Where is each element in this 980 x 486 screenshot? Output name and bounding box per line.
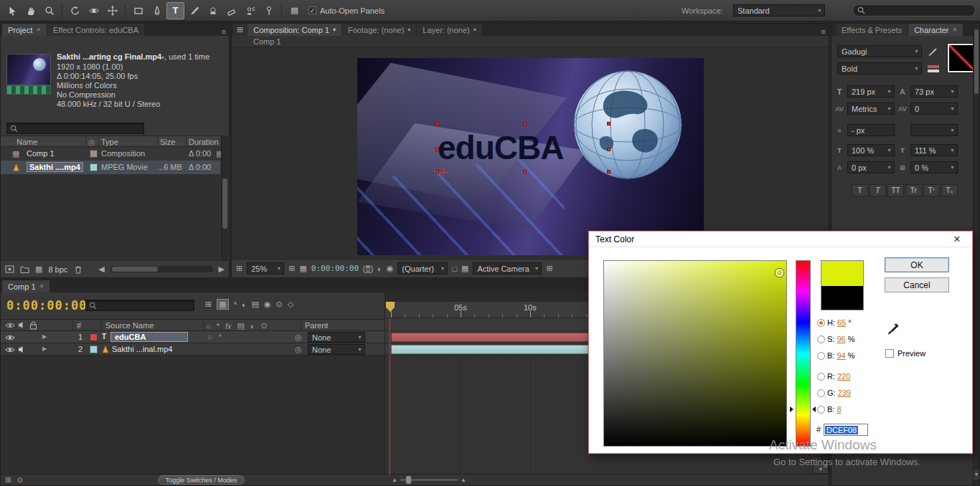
selection-handle[interactable] — [607, 122, 611, 125]
selection-handle[interactable] — [435, 148, 439, 151]
shape-tool-icon[interactable] — [129, 2, 147, 19]
saturation-value[interactable]: 96 — [837, 335, 845, 343]
layer-color-chip[interactable] — [90, 333, 98, 341]
motion-blur-icon[interactable]: ◉ — [264, 300, 271, 309]
subscript-button[interactable]: T₁ — [941, 184, 958, 196]
column-parent[interactable]: Parent — [305, 321, 328, 330]
switch-dot[interactable]: ○ — [207, 333, 212, 341]
preview-checkbox[interactable] — [885, 349, 894, 358]
zoom-tool-icon[interactable] — [40, 2, 58, 19]
effects-fx-icon[interactable]: fx — [225, 322, 232, 330]
tab-project[interactable]: Project✕ — [2, 24, 47, 36]
kerning-select[interactable]: Metrics▼ — [847, 103, 895, 115]
bit-depth-label[interactable]: 8 bpc — [48, 265, 67, 274]
live-update-icon[interactable]: ▦ — [217, 299, 228, 310]
layer-visibility-eye-icon[interactable] — [5, 346, 15, 354]
clone-stamp-tool-icon[interactable] — [204, 2, 222, 19]
zoom-slider-thumb[interactable] — [406, 476, 411, 484]
tab-effects-presets[interactable]: Effects & Presets — [836, 24, 908, 36]
brush-tool-icon[interactable] — [185, 2, 203, 19]
tab-effect-controls[interactable]: Effect Controls: eduCBA — [47, 24, 144, 36]
type-tool-icon[interactable]: T — [166, 2, 184, 19]
faux-italic-button[interactable]: T — [870, 184, 886, 196]
panel-menu-icon[interactable]: ≡ — [819, 27, 829, 36]
dialog-close-icon[interactable]: ✕ — [948, 232, 966, 247]
composition-canvas[interactable]: eduCBA — [357, 58, 704, 255]
tab-footage[interactable]: Footage: (none)▾ — [342, 24, 416, 36]
parent-pickwhip-icon[interactable]: ◎ — [295, 333, 302, 342]
hex-input[interactable]: DCEF08 — [824, 424, 868, 436]
collapse-icon[interactable]: * — [217, 322, 220, 330]
selection-handle[interactable] — [435, 122, 439, 125]
column-name[interactable]: Name — [17, 138, 37, 146]
tab-timeline-comp1[interactable]: Comp 1✕ — [2, 280, 50, 292]
column-type[interactable]: Type — [101, 138, 118, 146]
pen-tool-icon[interactable] — [148, 2, 166, 19]
all-caps-button[interactable]: TT — [887, 184, 904, 196]
toggle-mask-icon[interactable]: ▦ — [299, 264, 306, 273]
expand-layers-icon[interactable]: ⊞ — [5, 476, 11, 484]
panel-menu-icon[interactable]: ≡ — [219, 27, 229, 36]
expand-arrow-icon[interactable]: ▶ — [42, 346, 47, 352]
anchor-point-crosshair[interactable] — [439, 168, 448, 177]
saturation-brightness-field[interactable] — [603, 260, 787, 447]
zoom-in-mountain-icon[interactable]: ▲ — [461, 477, 466, 483]
saturation-radio[interactable] — [817, 335, 825, 343]
project-search-input[interactable] — [6, 123, 144, 134]
blue-radio[interactable] — [817, 406, 825, 414]
layer-visibility-eye-icon[interactable] — [5, 333, 15, 342]
new-composition-icon[interactable]: ▦ — [35, 265, 42, 274]
fill-color-swatch[interactable] — [948, 44, 976, 72]
green-value[interactable]: 239 — [838, 389, 851, 397]
roto-brush-tool-icon[interactable] — [241, 2, 259, 19]
layer-color-chip[interactable] — [90, 346, 98, 353]
hand-tool-icon[interactable] — [22, 2, 39, 19]
dialog-eyedropper-icon[interactable] — [887, 323, 900, 336]
workspace-select[interactable]: Standard ▼ — [733, 4, 825, 16]
current-timecode[interactable]: 0:00:00:00 — [6, 298, 87, 313]
magnification-select[interactable]: 25%▼ — [247, 262, 284, 275]
timeline-search-input[interactable] — [85, 300, 194, 311]
selection-handle[interactable] — [607, 170, 611, 173]
resolution-select[interactable]: (Quarter)▼ — [397, 262, 448, 275]
red-value[interactable]: 220 — [837, 372, 850, 381]
hue-value[interactable]: 65 — [837, 318, 846, 327]
parent-pickwhip-icon[interactable]: ◎ — [295, 345, 302, 354]
hide-shy-layers-icon[interactable]: ◐ — [242, 300, 247, 309]
selection-tool-icon[interactable] — [3, 2, 21, 19]
scroll-down-icon[interactable]: ▼ — [974, 470, 979, 480]
label-color-chip[interactable] — [90, 163, 98, 171]
transparency-grid-icon[interactable]: ▦ — [461, 264, 468, 273]
layer-row-1[interactable]: ▶ 1 T eduCBA ○ * ◎ None▼ — [1, 331, 385, 343]
project-horizontal-scrollbar[interactable] — [110, 266, 213, 272]
zoom-out-mountain-icon[interactable]: ▲ — [392, 477, 397, 483]
comp-mini-flowchart-icon[interactable]: ⊞ — [205, 300, 212, 309]
choose-grid-icon[interactable]: ⊞ — [288, 264, 295, 273]
frame-blend-icon[interactable]: ▤ — [237, 321, 245, 330]
hue-strip[interactable] — [796, 260, 811, 447]
shy-icon[interactable]: ○ — [206, 322, 211, 330]
selection-handle[interactable] — [607, 148, 611, 151]
column-duration[interactable]: Duration — [189, 138, 219, 146]
new-folder-icon[interactable] — [20, 265, 29, 274]
layer-bar-eduCBA[interactable] — [391, 333, 590, 342]
layer-name[interactable]: eduCBA — [110, 332, 188, 342]
fill-over-stroke-swatch[interactable] — [928, 70, 939, 72]
layer-row-2[interactable]: ▶ 2 Sakthi ...inal.mp4 ◎ None▼ — [1, 343, 385, 356]
tsume-select[interactable]: 0 %▼ — [910, 161, 958, 173]
layer-audio-speaker-icon[interactable] — [17, 345, 26, 354]
font-style-select[interactable]: Bold▼ — [837, 62, 922, 75]
column-size[interactable]: Size — [160, 138, 175, 146]
dialog-titlebar[interactable]: Text Color ✕ — [589, 232, 972, 247]
auto-keyframe-icon[interactable]: ⊙ — [276, 300, 283, 309]
viewer-timecode[interactable]: 0:00:00:00 — [311, 264, 359, 273]
trash-icon[interactable] — [73, 265, 83, 274]
expand-arrow-icon[interactable]: ▶ — [42, 333, 47, 340]
show-channel-icon[interactable]: ◉ — [387, 264, 394, 273]
graph-editor-icon[interactable]: ◇ — [288, 300, 293, 309]
layer-name[interactable]: Sakthi ...inal.mp4 — [112, 345, 172, 353]
superscript-button[interactable]: T¹ — [923, 184, 940, 196]
view-layout-icon[interactable]: ⊞ — [546, 264, 552, 273]
expand-in-out-icon[interactable]: ⊙ — [17, 476, 22, 484]
selection-handle[interactable] — [523, 122, 527, 125]
